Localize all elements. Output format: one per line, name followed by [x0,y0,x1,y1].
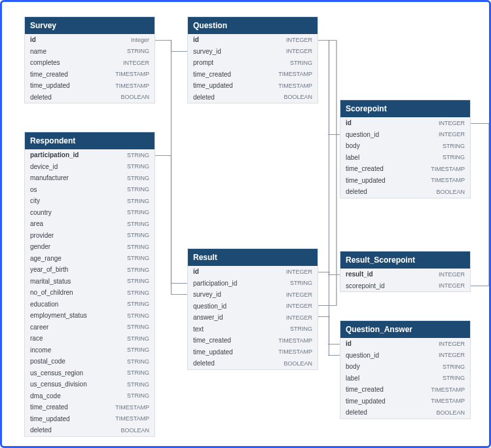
field-name: deleted [30,93,52,102]
field-name: question_id [346,130,379,140]
field-row: bodySTRING [340,140,470,152]
field-row: careerSTRING [25,322,155,333]
field-name: career [30,323,48,332]
field-name: race [30,334,43,343]
field-row: survey_idINTEGER [188,289,318,301]
field-row: nameSTRING [25,46,155,58]
field-row: time_createdTIMESTAMP [340,384,470,396]
field-name: survey_id [193,47,221,56]
field-row: question_idINTEGER [340,350,470,362]
field-type: BOOLEAN [283,93,312,101]
field-type: INTEGER [439,340,465,348]
field-name: label [346,153,359,162]
field-row: employment_statusSTRING [25,310,155,322]
field-name: time_updated [193,348,233,357]
field-type: TIMESTAMP [431,397,465,405]
field-type: INTEGER [439,271,465,278]
field-name: no_of_children [30,288,73,297]
field-row: idINTEGER [340,338,470,350]
field-row: device_idSTRING [25,161,155,173]
field-name: device_id [30,162,58,172]
field-type: STRING [127,174,149,182]
field-name: time_created [346,385,384,394]
field-type: BOOLEAN [283,360,312,367]
field-name: marital_status [30,277,71,286]
field-type: STRING [127,208,149,216]
field-name: country [30,208,52,217]
field-type: BOOLEAN [120,93,149,101]
field-name: id [346,339,352,348]
field-type: STRING [127,243,149,251]
table-header: Result_Scorepoint [340,252,470,269]
table-header: Question_Answer [340,321,470,338]
field-name: employment_status [30,311,87,320]
table-header: Scorepoint [340,100,470,117]
field-type: STRING [127,231,149,239]
field-type: STRING [127,312,149,320]
relation-line [471,124,489,286]
field-type: TIMESTAMP [115,403,149,411]
field-name: result_id [346,270,373,279]
field-row: age_rangeSTRING [25,253,155,265]
field-row: us_census_divisionSTRING [25,379,155,390]
field-row: deletedBOOLEAN [25,424,155,436]
field-name: scorepoint_id [346,282,384,291]
field-type: TIMESTAMP [115,82,149,90]
field-name: us_census_division [30,380,87,389]
field-type: STRING [127,289,149,297]
table-header: Respondent [25,132,155,149]
field-name: gender [30,242,50,252]
field-name: time_created [193,70,231,79]
field-name: year_of_birth [30,265,68,274]
field-type: TIMESTAMP [278,82,312,90]
relation-line [318,41,340,135]
field-row: genderSTRING [25,241,155,253]
field-row: deletedBOOLEAN [340,407,470,419]
field-row: manufacturerSTRING [25,172,155,184]
field-name: time_created [193,336,231,345]
field-type: STRING [127,277,149,285]
field-name: answer_id [193,313,223,322]
field-type: INTEGER [439,351,465,359]
field-row: no_of_childrenSTRING [25,287,155,299]
relation-line [318,272,340,275]
field-name: time_created [346,164,384,174]
field-name: completes [30,58,60,67]
field-row: question_idINTEGER [340,129,470,141]
field-row: answer_idINTEGER [188,312,318,324]
field-row: result_idINTEGER [340,269,470,280]
field-row: dma_codeSTRING [25,390,155,402]
table-header: Question [188,17,318,34]
field-type: TIMESTAMP [431,386,465,394]
field-row: postal_codeSTRING [25,356,155,367]
field-name: city [30,196,40,206]
field-row: deletedBOOLEAN [188,92,318,103]
field-name: label [346,374,359,383]
erd-canvas: SurveyidIntegernameSTRINGcompletesINTEGE… [0,0,491,448]
field-type: INTEGER [286,291,312,299]
table-result: ResultidINTEGERparticipation_idSTRINGsur… [187,248,318,370]
field-type: STRING [443,374,465,382]
relation-line [318,41,340,356]
field-type: STRING [290,325,312,333]
field-type: STRING [290,59,312,67]
field-name: time_updated [30,415,70,424]
relation-line [155,41,187,52]
field-row: idInteger [25,34,155,46]
field-name: time_updated [346,176,386,185]
field-row: completesINTEGER [25,57,155,69]
field-type: STRING [443,142,465,150]
field-name: question_id [193,302,227,311]
field-type: STRING [443,153,465,161]
field-type: STRING [127,47,149,55]
field-name: body [346,141,360,151]
relation-line [155,41,187,295]
field-type: STRING [443,363,465,371]
table-header: Result [188,249,318,266]
table-respondent: Respondentparticipation_idSTRINGdevice_i… [24,132,155,437]
field-row: citySTRING [25,195,155,207]
field-name: time_updated [346,397,386,406]
field-type: TIMESTAMP [115,70,149,78]
field-row: time_createdTIMESTAMP [188,335,318,346]
field-row: educationSTRING [25,299,155,310]
